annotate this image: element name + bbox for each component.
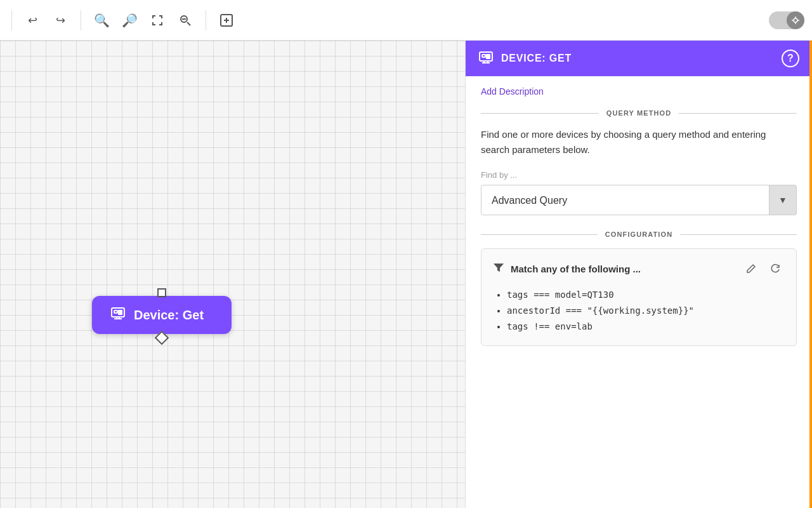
panel-header-icon [478, 50, 494, 68]
panel-header: DEVICE: GET ? [466, 41, 812, 76]
canvas-area[interactable]: Device: Get [0, 41, 465, 508]
divider-line-right [679, 113, 797, 114]
svg-rect-23 [488, 55, 490, 56]
filter-icon [493, 262, 504, 276]
right-panel: DEVICE: GET ? Add Description QUERY METH… [465, 41, 812, 508]
filter-item-3: tags !== env=lab [507, 319, 785, 335]
config-box-title: Match any of the following ... [511, 264, 641, 274]
configuration-divider: CONFIGURATION [481, 231, 797, 238]
description-text: Find one or more devices by choosing a q… [481, 127, 797, 157]
config-box: Match any of the following ... [481, 248, 797, 346]
config-divider-left [481, 234, 598, 235]
refresh-config-button[interactable] [766, 259, 785, 278]
fit-button[interactable] [146, 9, 169, 32]
filter-item-2: ancestorId === "{{working.system}}" [507, 303, 785, 319]
zoom-out-button[interactable]: 🔍 [90, 9, 113, 32]
config-divider-right [680, 234, 797, 235]
toolbar: ↩ ↪ 🔍 🔎 [0, 0, 812, 41]
filter-list: tags === model=QT130 ancestorId === "{{w… [493, 287, 785, 335]
edit-config-button[interactable] [742, 259, 761, 278]
node-top-handle[interactable] [157, 288, 166, 297]
divider-line-left [481, 113, 599, 114]
find-by-select[interactable]: Advanced Query Device ID Device Name Tag… [481, 185, 797, 215]
find-by-label: Find by ... [481, 170, 797, 180]
svg-rect-16 [121, 313, 122, 314]
zoom-in-button[interactable]: 🔎 [118, 9, 141, 32]
panel-content: Add Description QUERY METHOD Find one or… [466, 76, 812, 508]
find-by-select-wrapper: Advanced Query Device ID Device Name Tag… [481, 185, 797, 215]
query-method-divider: QUERY METHOD [481, 109, 797, 117]
undo-button[interactable]: ↩ [21, 9, 44, 32]
svg-rect-12 [114, 311, 117, 313]
panel-title: DEVICE: GET [501, 53, 572, 64]
config-box-header: Match any of the following ... [493, 259, 785, 278]
filter-item-1: tags === model=QT130 [507, 287, 785, 303]
toolbar-divider-1 [11, 10, 12, 30]
config-box-title-row: Match any of the following ... [493, 262, 641, 276]
svg-point-6 [794, 18, 797, 22]
svg-rect-13 [119, 311, 120, 312]
svg-rect-15 [119, 313, 120, 314]
add-node-button[interactable] [215, 9, 238, 32]
query-method-label: QUERY METHOD [606, 109, 671, 117]
search-zoom-button[interactable] [174, 9, 197, 32]
svg-line-1 [187, 22, 190, 25]
device-node-icon [110, 305, 126, 325]
svg-rect-25 [488, 57, 490, 58]
help-button[interactable]: ? [782, 50, 799, 67]
device-node[interactable]: Device: Get [92, 296, 232, 334]
device-node-wrapper: Device: Get [92, 288, 232, 343]
svg-rect-22 [487, 55, 488, 56]
redo-button[interactable]: ↪ [49, 9, 72, 32]
svg-rect-21 [482, 55, 485, 57]
toggle-container [769, 11, 804, 29]
config-box-actions [742, 259, 785, 278]
toolbar-divider-3 [206, 10, 206, 30]
svg-rect-14 [121, 311, 122, 312]
panel-header-left: DEVICE: GET [478, 50, 572, 68]
configuration-label: CONFIGURATION [605, 231, 672, 238]
main-layout: Device: Get [0, 41, 812, 508]
toolbar-divider-2 [81, 10, 81, 30]
toggle-switch[interactable] [769, 11, 804, 29]
device-node-label: Device: Get [134, 308, 204, 323]
toggle-knob [787, 11, 804, 29]
add-description-link[interactable]: Add Description [481, 86, 797, 97]
svg-rect-24 [487, 57, 488, 58]
